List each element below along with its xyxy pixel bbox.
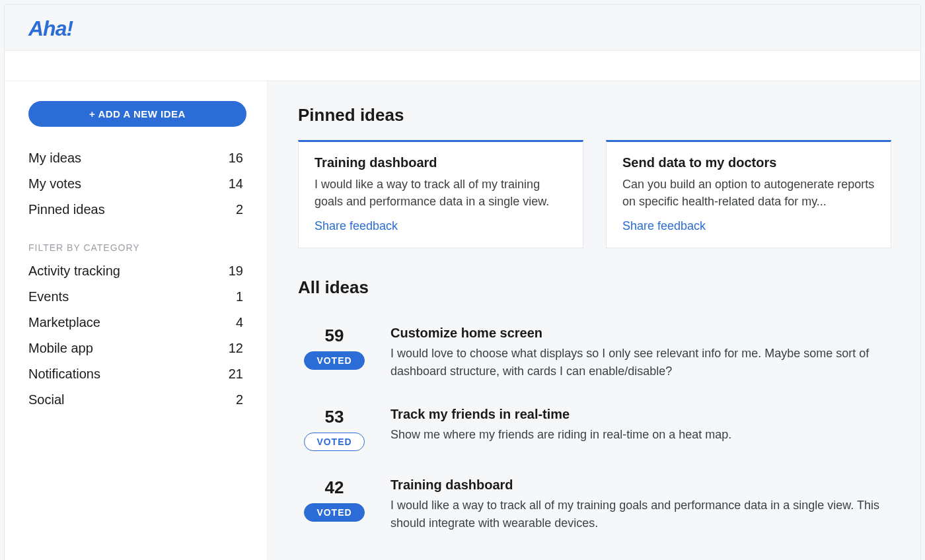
- sidebar-item-label: Pinned ideas: [28, 202, 105, 217]
- category-item-label: Activity tracking: [28, 263, 120, 279]
- ideas-list: 59VOTEDCustomize home screenI would love…: [298, 312, 891, 545]
- category-item-label: Social: [28, 392, 64, 407]
- sidebar-item-count: 2: [236, 202, 243, 217]
- main-content: Pinned ideas Training dashboardI would l…: [268, 81, 920, 560]
- category-item-activity-tracking[interactable]: Activity tracking19: [28, 258, 243, 284]
- topbar: Aha!: [5, 5, 920, 51]
- pinned-card-title: Send data to my doctors: [622, 155, 875, 170]
- category-item-count: 2: [236, 392, 243, 407]
- vote-column: 53VOTED: [298, 407, 371, 451]
- sidebar-item-label: My ideas: [28, 151, 81, 166]
- idea-row-customize-home[interactable]: 59VOTEDCustomize home screenI would love…: [298, 312, 891, 394]
- vote-column: 59VOTED: [298, 326, 371, 370]
- idea-row-training-dashboard-2[interactable]: 42VOTEDTraining dashboardI would like a …: [298, 464, 891, 545]
- category-item-mobile-app[interactable]: Mobile app12: [28, 335, 243, 361]
- pinned-card-description: Can you build an option to autogenerate …: [622, 176, 875, 210]
- idea-title: Training dashboard: [390, 477, 891, 493]
- voted-badge[interactable]: VOTED: [304, 433, 364, 451]
- share-feedback-link[interactable]: Share feedback: [314, 219, 567, 233]
- category-item-count: 12: [229, 341, 243, 356]
- sidebar-item-pinned-ideas[interactable]: Pinned ideas2: [28, 197, 243, 223]
- vote-column: 42VOTED: [298, 477, 371, 522]
- category-item-marketplace[interactable]: Marketplace4: [28, 310, 243, 335]
- layout: + ADD A NEW IDEA My ideas16My votes14Pin…: [5, 81, 920, 560]
- sidebar-categories: Activity tracking19Events1Marketplace4Mo…: [28, 258, 243, 413]
- category-item-notifications[interactable]: Notifications21: [28, 361, 243, 387]
- idea-description: I would like a way to track all of my tr…: [390, 497, 891, 532]
- category-item-events[interactable]: Events1: [28, 284, 243, 310]
- category-item-social[interactable]: Social2: [28, 387, 243, 413]
- pinned-card-description: I would like a way to track all of my tr…: [314, 176, 567, 210]
- sidebar-item-count: 16: [229, 151, 243, 166]
- idea-content: Training dashboardI would like a way to …: [390, 477, 891, 532]
- category-item-label: Mobile app: [28, 341, 93, 356]
- pinned-card-training-dashboard[interactable]: Training dashboardI would like a way to …: [298, 140, 583, 248]
- idea-description: Show me where my friends are riding in r…: [390, 426, 891, 444]
- idea-content: Customize home screenI would love to cho…: [390, 326, 891, 380]
- pinned-card-send-data-doctors[interactable]: Send data to my doctorsCan you build an …: [606, 140, 891, 248]
- pinned-card-title: Training dashboard: [314, 155, 567, 170]
- vote-count: 53: [298, 407, 371, 427]
- sidebar-item-my-ideas[interactable]: My ideas16: [28, 145, 243, 171]
- add-new-idea-button[interactable]: + ADD A NEW IDEA: [28, 101, 246, 127]
- category-item-count: 1: [236, 289, 243, 304]
- sidebar-nav: My ideas16My votes14Pinned ideas2: [28, 145, 243, 223]
- pinned-ideas-row: Training dashboardI would like a way to …: [298, 140, 891, 248]
- idea-description: I would love to choose what displays so …: [390, 345, 891, 380]
- brand-logo[interactable]: Aha!: [28, 17, 897, 41]
- share-feedback-link[interactable]: Share feedback: [622, 219, 875, 233]
- sidebar-item-count: 14: [229, 176, 243, 192]
- secondary-bar: [5, 51, 920, 81]
- pinned-ideas-heading: Pinned ideas: [298, 105, 891, 125]
- category-item-count: 19: [229, 263, 243, 279]
- all-ideas-heading: All ideas: [298, 277, 891, 298]
- category-item-label: Notifications: [28, 367, 100, 382]
- idea-title: Customize home screen: [390, 326, 891, 341]
- category-item-label: Marketplace: [28, 315, 100, 330]
- idea-title: Track my friends in real-time: [390, 407, 891, 422]
- category-item-count: 4: [236, 315, 243, 330]
- voted-badge[interactable]: VOTED: [304, 503, 364, 522]
- app-window: Aha! + ADD A NEW IDEA My ideas16My votes…: [4, 4, 921, 560]
- vote-count: 42: [298, 477, 371, 498]
- sidebar-item-my-votes[interactable]: My votes14: [28, 171, 243, 197]
- category-item-label: Events: [28, 289, 69, 304]
- sidebar-item-label: My votes: [28, 176, 81, 192]
- category-item-count: 21: [229, 367, 243, 382]
- idea-content: Track my friends in real-timeShow me whe…: [390, 407, 891, 444]
- vote-count: 59: [298, 326, 371, 346]
- voted-badge[interactable]: VOTED: [304, 351, 364, 370]
- sidebar: + ADD A NEW IDEA My ideas16My votes14Pin…: [5, 81, 268, 560]
- filter-by-category-heading: FILTER BY CATEGORY: [28, 242, 243, 253]
- idea-row-track-friends[interactable]: 53VOTEDTrack my friends in real-timeShow…: [298, 394, 891, 464]
